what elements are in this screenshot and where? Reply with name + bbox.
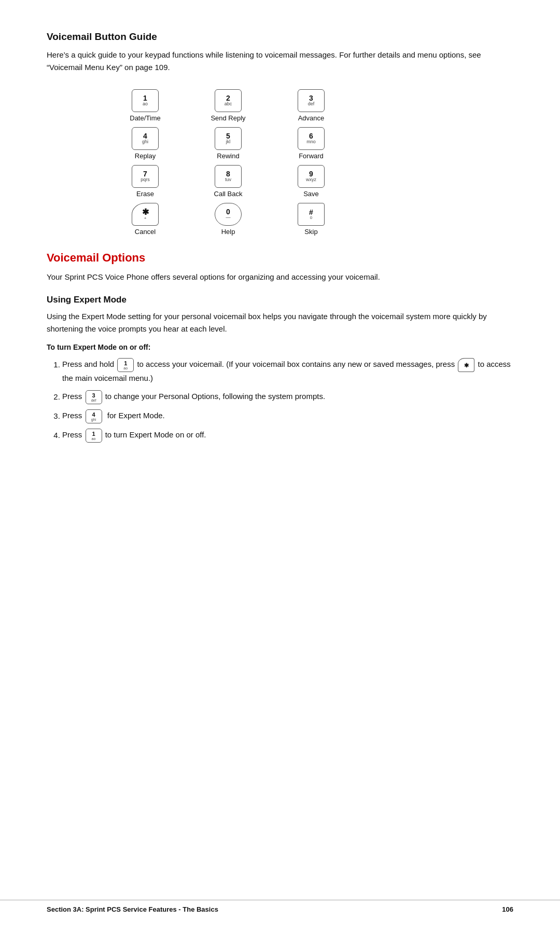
- section-title: Voicemail Button Guide: [47, 31, 513, 43]
- key-number: 5: [226, 132, 230, 140]
- key-number: 7: [143, 170, 147, 177]
- key-sub: wxyz: [306, 177, 316, 183]
- key-label-replay: Replay: [135, 152, 156, 160]
- key-cell-star: ✱ + Cancel: [109, 203, 181, 236]
- key-number: 6: [309, 132, 313, 140]
- key-button-1: 1 ao: [132, 89, 159, 112]
- key-cell-3: 3 def Advance: [275, 89, 347, 122]
- key-cell-pound: # 0 Skip: [275, 203, 347, 236]
- key-label-help: Help: [221, 228, 235, 236]
- page-footer: Section 3A: Sprint PCS Service Features …: [0, 900, 560, 918]
- page-content: Voicemail Button Guide Here’s a quick gu…: [0, 0, 560, 489]
- key-label-datetime: Date/Time: [130, 114, 160, 122]
- key-number: 2: [226, 94, 230, 102]
- key-number: 1: [143, 94, 147, 102]
- key-sub: —: [226, 215, 231, 221]
- key-number: 4: [143, 132, 147, 140]
- key-label-forward: Forward: [299, 152, 324, 160]
- key-sub: ao: [143, 102, 148, 107]
- key-number: 8: [226, 170, 230, 177]
- key-label-callback: Call Back: [214, 190, 243, 198]
- key-cell-6: 6 mno Forward: [275, 127, 347, 160]
- key-cell-1: 1 ao Date/Time: [109, 89, 181, 122]
- inline-key-1b: 1 ao: [86, 429, 102, 443]
- key-sub: tuv: [225, 177, 231, 183]
- key-number: ✱: [142, 208, 149, 216]
- key-button-2: 2 abc: [215, 89, 242, 112]
- footer-right: 106: [502, 905, 513, 913]
- key-label-cancel: Cancel: [135, 228, 156, 236]
- inline-key-4: 4 ghi: [86, 409, 102, 423]
- step-4: Press 1 ao to turn Expert Mode on or off…: [62, 429, 513, 443]
- key-number: 3: [309, 94, 313, 102]
- key-button-7: 7 pqrs: [132, 165, 159, 188]
- footer-left: Section 3A: Sprint PCS Service Features …: [47, 905, 218, 913]
- key-cell-4: 4 ghi Replay: [109, 127, 181, 160]
- key-button-0: 0 —: [215, 203, 242, 226]
- key-sub: mno: [306, 140, 316, 145]
- step-3: Press 4 ghi for Expert Mode.: [62, 409, 513, 423]
- key-button-3: 3 def: [298, 89, 325, 112]
- key-sub: pqrs: [141, 177, 150, 183]
- key-button-6: 6 mno: [298, 127, 325, 150]
- key-cell-7: 7 pqrs Erase: [109, 165, 181, 198]
- voicemail-options-intro: Your Sprint PCS Voice Phone offers sever…: [47, 271, 513, 283]
- key-cell-2: 2 abc Send Reply: [192, 89, 264, 122]
- key-button-star: ✱ +: [132, 203, 159, 226]
- key-cell-9: 9 wxyz Save: [275, 165, 347, 198]
- key-button-pound: # 0: [298, 203, 325, 226]
- turn-expert-note: To turn Expert Mode on or off:: [47, 341, 513, 353]
- key-label-sendreply: Send Reply: [211, 114, 245, 122]
- inline-key-1: 1 ao: [117, 358, 134, 372]
- step-1: Press and hold 1 ao to access your voice…: [62, 358, 513, 385]
- key-button-8: 8 tuv: [215, 165, 242, 188]
- key-cell-0: 0 — Help: [192, 203, 264, 236]
- steps-list: Press and hold 1 ao to access your voice…: [62, 358, 513, 443]
- key-button-9: 9 wxyz: [298, 165, 325, 188]
- key-sub: jkl: [226, 140, 231, 145]
- expert-mode-title: Using Expert Mode: [47, 295, 513, 305]
- key-grid: 1 ao Date/Time 2 abc Send Reply 3 def Ad…: [109, 89, 347, 236]
- key-cell-5: 5 jkl Rewind: [192, 127, 264, 160]
- key-sub: def: [308, 102, 315, 107]
- step-2: Press 3 def to change your Personal Opti…: [62, 390, 513, 404]
- key-label-skip: Skip: [304, 228, 317, 236]
- voicemail-options-title: Voicemail Options: [47, 251, 513, 265]
- key-cell-8: 8 tuv Call Back: [192, 165, 264, 198]
- key-sub: +: [144, 216, 147, 221]
- key-label-erase: Erase: [136, 190, 154, 198]
- key-number: #: [309, 209, 313, 216]
- key-label-rewind: Rewind: [217, 152, 239, 160]
- key-sub: 0: [310, 216, 312, 221]
- key-button-5: 5 jkl: [215, 127, 242, 150]
- intro-paragraph: Here’s a quick guide to your keypad func…: [47, 49, 513, 74]
- key-sub: ghi: [142, 140, 148, 145]
- key-sub: abc: [225, 102, 232, 107]
- key-number: 9: [309, 170, 313, 177]
- key-label-save: Save: [303, 190, 319, 198]
- key-number: 0: [226, 208, 230, 215]
- key-button-4: 4 ghi: [132, 127, 159, 150]
- key-label-advance: Advance: [298, 114, 325, 122]
- inline-key-star: ✱: [458, 358, 474, 372]
- expert-mode-paragraph: Using the Expert Mode setting for your p…: [47, 310, 513, 335]
- inline-key-3: 3 def: [86, 390, 102, 404]
